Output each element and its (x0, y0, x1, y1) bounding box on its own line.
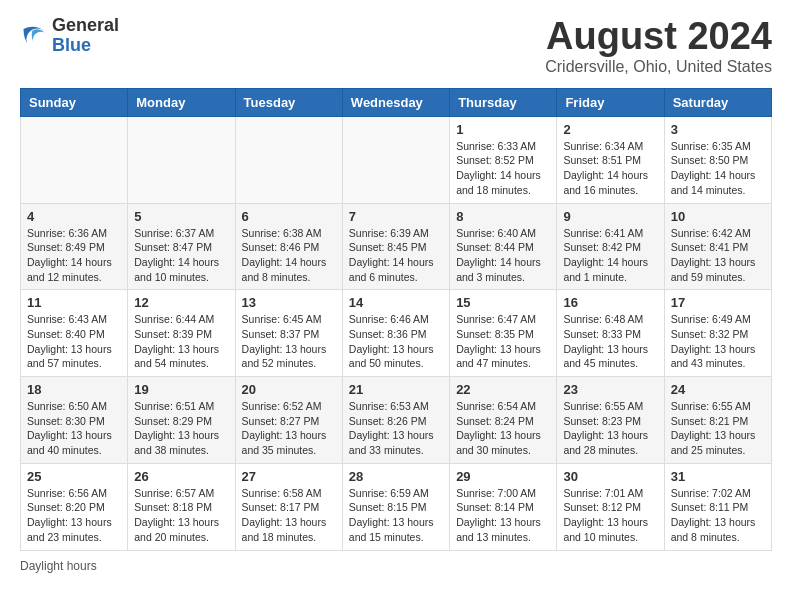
day-number: 9 (563, 209, 657, 224)
day-number: 22 (456, 382, 550, 397)
logo-text: General Blue (52, 16, 119, 56)
footer-note: Daylight hours (20, 559, 772, 573)
day-info: Sunrise: 7:01 AM Sunset: 8:12 PM Dayligh… (563, 486, 657, 545)
day-number: 24 (671, 382, 765, 397)
calendar-cell: 24Sunrise: 6:55 AM Sunset: 8:21 PM Dayli… (664, 377, 771, 464)
day-info: Sunrise: 6:42 AM Sunset: 8:41 PM Dayligh… (671, 226, 765, 285)
day-info: Sunrise: 6:47 AM Sunset: 8:35 PM Dayligh… (456, 312, 550, 371)
calendar-cell: 18Sunrise: 6:50 AM Sunset: 8:30 PM Dayli… (21, 377, 128, 464)
day-number: 6 (242, 209, 336, 224)
day-info: Sunrise: 6:43 AM Sunset: 8:40 PM Dayligh… (27, 312, 121, 371)
calendar-cell: 9Sunrise: 6:41 AM Sunset: 8:42 PM Daylig… (557, 203, 664, 290)
day-number: 19 (134, 382, 228, 397)
calendar-cell: 5Sunrise: 6:37 AM Sunset: 8:47 PM Daylig… (128, 203, 235, 290)
day-number: 11 (27, 295, 121, 310)
day-number: 28 (349, 469, 443, 484)
day-number: 15 (456, 295, 550, 310)
calendar-week-2: 4Sunrise: 6:36 AM Sunset: 8:49 PM Daylig… (21, 203, 772, 290)
day-number: 27 (242, 469, 336, 484)
day-info: Sunrise: 6:48 AM Sunset: 8:33 PM Dayligh… (563, 312, 657, 371)
title-area: August 2024 Cridersville, Ohio, United S… (545, 16, 772, 76)
calendar-cell: 19Sunrise: 6:51 AM Sunset: 8:29 PM Dayli… (128, 377, 235, 464)
day-info: Sunrise: 6:56 AM Sunset: 8:20 PM Dayligh… (27, 486, 121, 545)
day-info: Sunrise: 6:39 AM Sunset: 8:45 PM Dayligh… (349, 226, 443, 285)
day-info: Sunrise: 6:46 AM Sunset: 8:36 PM Dayligh… (349, 312, 443, 371)
day-number: 17 (671, 295, 765, 310)
calendar-cell: 13Sunrise: 6:45 AM Sunset: 8:37 PM Dayli… (235, 290, 342, 377)
main-title: August 2024 (545, 16, 772, 58)
day-info: Sunrise: 6:33 AM Sunset: 8:52 PM Dayligh… (456, 139, 550, 198)
calendar-cell: 16Sunrise: 6:48 AM Sunset: 8:33 PM Dayli… (557, 290, 664, 377)
day-number: 14 (349, 295, 443, 310)
day-info: Sunrise: 6:50 AM Sunset: 8:30 PM Dayligh… (27, 399, 121, 458)
day-info: Sunrise: 7:00 AM Sunset: 8:14 PM Dayligh… (456, 486, 550, 545)
day-info: Sunrise: 6:38 AM Sunset: 8:46 PM Dayligh… (242, 226, 336, 285)
day-header-friday: Friday (557, 88, 664, 116)
day-number: 7 (349, 209, 443, 224)
calendar-cell: 30Sunrise: 7:01 AM Sunset: 8:12 PM Dayli… (557, 463, 664, 550)
calendar-cell: 3Sunrise: 6:35 AM Sunset: 8:50 PM Daylig… (664, 116, 771, 203)
day-info: Sunrise: 6:41 AM Sunset: 8:42 PM Dayligh… (563, 226, 657, 285)
day-info: Sunrise: 6:35 AM Sunset: 8:50 PM Dayligh… (671, 139, 765, 198)
day-number: 18 (27, 382, 121, 397)
day-number: 26 (134, 469, 228, 484)
logo-general-text: General (52, 16, 119, 36)
day-info: Sunrise: 6:37 AM Sunset: 8:47 PM Dayligh… (134, 226, 228, 285)
day-number: 16 (563, 295, 657, 310)
day-info: Sunrise: 6:44 AM Sunset: 8:39 PM Dayligh… (134, 312, 228, 371)
calendar-week-1: 1Sunrise: 6:33 AM Sunset: 8:52 PM Daylig… (21, 116, 772, 203)
calendar-cell: 12Sunrise: 6:44 AM Sunset: 8:39 PM Dayli… (128, 290, 235, 377)
day-header-thursday: Thursday (450, 88, 557, 116)
calendar-cell: 23Sunrise: 6:55 AM Sunset: 8:23 PM Dayli… (557, 377, 664, 464)
day-number: 10 (671, 209, 765, 224)
day-info: Sunrise: 6:40 AM Sunset: 8:44 PM Dayligh… (456, 226, 550, 285)
logo-blue-text: Blue (52, 36, 119, 56)
calendar-cell: 14Sunrise: 6:46 AM Sunset: 8:36 PM Dayli… (342, 290, 449, 377)
calendar-body: 1Sunrise: 6:33 AM Sunset: 8:52 PM Daylig… (21, 116, 772, 550)
day-number: 4 (27, 209, 121, 224)
day-number: 25 (27, 469, 121, 484)
day-info: Sunrise: 6:58 AM Sunset: 8:17 PM Dayligh… (242, 486, 336, 545)
day-info: Sunrise: 6:53 AM Sunset: 8:26 PM Dayligh… (349, 399, 443, 458)
day-info: Sunrise: 6:52 AM Sunset: 8:27 PM Dayligh… (242, 399, 336, 458)
calendar-cell: 29Sunrise: 7:00 AM Sunset: 8:14 PM Dayli… (450, 463, 557, 550)
calendar-cell: 27Sunrise: 6:58 AM Sunset: 8:17 PM Dayli… (235, 463, 342, 550)
day-number: 3 (671, 122, 765, 137)
day-header-saturday: Saturday (664, 88, 771, 116)
day-info: Sunrise: 6:45 AM Sunset: 8:37 PM Dayligh… (242, 312, 336, 371)
calendar-cell: 1Sunrise: 6:33 AM Sunset: 8:52 PM Daylig… (450, 116, 557, 203)
logo-icon (20, 22, 48, 50)
day-info: Sunrise: 6:57 AM Sunset: 8:18 PM Dayligh… (134, 486, 228, 545)
calendar-cell (21, 116, 128, 203)
day-number: 21 (349, 382, 443, 397)
calendar-cell: 7Sunrise: 6:39 AM Sunset: 8:45 PM Daylig… (342, 203, 449, 290)
day-number: 23 (563, 382, 657, 397)
day-number: 1 (456, 122, 550, 137)
day-info: Sunrise: 6:59 AM Sunset: 8:15 PM Dayligh… (349, 486, 443, 545)
day-number: 31 (671, 469, 765, 484)
day-info: Sunrise: 7:02 AM Sunset: 8:11 PM Dayligh… (671, 486, 765, 545)
calendar-cell (235, 116, 342, 203)
header: General Blue August 2024 Cridersville, O… (20, 16, 772, 76)
day-info: Sunrise: 6:55 AM Sunset: 8:21 PM Dayligh… (671, 399, 765, 458)
day-number: 20 (242, 382, 336, 397)
day-info: Sunrise: 6:34 AM Sunset: 8:51 PM Dayligh… (563, 139, 657, 198)
calendar-cell: 6Sunrise: 6:38 AM Sunset: 8:46 PM Daylig… (235, 203, 342, 290)
day-number: 2 (563, 122, 657, 137)
calendar-cell (342, 116, 449, 203)
day-header-sunday: Sunday (21, 88, 128, 116)
days-of-week-row: SundayMondayTuesdayWednesdayThursdayFrid… (21, 88, 772, 116)
day-number: 8 (456, 209, 550, 224)
day-number: 29 (456, 469, 550, 484)
day-info: Sunrise: 6:55 AM Sunset: 8:23 PM Dayligh… (563, 399, 657, 458)
calendar-cell: 8Sunrise: 6:40 AM Sunset: 8:44 PM Daylig… (450, 203, 557, 290)
subtitle: Cridersville, Ohio, United States (545, 58, 772, 76)
daylight-label: Daylight hours (20, 559, 97, 573)
calendar-cell: 17Sunrise: 6:49 AM Sunset: 8:32 PM Dayli… (664, 290, 771, 377)
calendar-cell: 25Sunrise: 6:56 AM Sunset: 8:20 PM Dayli… (21, 463, 128, 550)
day-info: Sunrise: 6:51 AM Sunset: 8:29 PM Dayligh… (134, 399, 228, 458)
day-number: 12 (134, 295, 228, 310)
day-header-wednesday: Wednesday (342, 88, 449, 116)
calendar-cell: 21Sunrise: 6:53 AM Sunset: 8:26 PM Dayli… (342, 377, 449, 464)
calendar-cell: 31Sunrise: 7:02 AM Sunset: 8:11 PM Dayli… (664, 463, 771, 550)
